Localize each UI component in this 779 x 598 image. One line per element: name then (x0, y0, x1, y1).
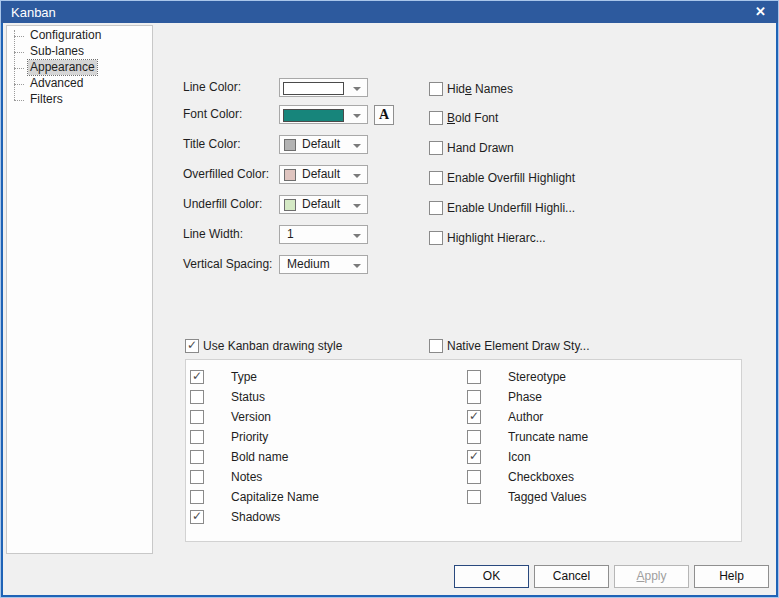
priority-checkbox[interactable]: Priority (190, 430, 268, 444)
combo-value: 1 (287, 226, 294, 243)
checkbox-label: Type (231, 370, 257, 384)
chevron-down-icon (353, 204, 361, 208)
combo-value: Default (302, 136, 340, 153)
checkbox-box[interactable] (190, 430, 204, 444)
checkbox-box[interactable] (185, 339, 199, 353)
title-color-label: Title Color: (183, 138, 241, 151)
color-swatch (284, 169, 296, 181)
checkbox-label: Tagged Values (508, 490, 587, 504)
chevron-down-icon (353, 174, 361, 178)
tree-item-appearance[interactable]: Appearance (7, 60, 150, 76)
highlight-hierarchy-checkbox[interactable]: Highlight Hierarc... (429, 231, 546, 245)
tree-item-sub-lanes[interactable]: Sub-lanes (7, 44, 150, 60)
vertical-spacing-combo[interactable]: Medium (279, 255, 368, 274)
checkbox-label: Phase (508, 390, 542, 404)
title-color-combo[interactable]: Default (279, 135, 368, 154)
tree-item-configuration[interactable]: Configuration (7, 28, 150, 44)
line-color-label: Line Color: (183, 81, 241, 94)
checkbox-box[interactable] (467, 450, 481, 464)
checkbox-label: Enable Overfill Highlight (447, 171, 575, 185)
combo-value: Default (302, 196, 340, 213)
tree-item-filters[interactable]: Filters (7, 92, 150, 108)
checkbox-box[interactable] (467, 470, 481, 484)
checkbox-box[interactable] (467, 410, 481, 424)
checkbox-label: Native Element Draw Sty... (447, 339, 590, 353)
cancel-button[interactable]: Cancel (534, 565, 609, 588)
checkbox-box[interactable] (190, 470, 204, 484)
truncate-name-checkbox[interactable]: Truncate name (467, 430, 588, 444)
ok-button[interactable]: OK (454, 565, 529, 588)
close-icon[interactable]: ✕ (755, 4, 766, 20)
help-button[interactable]: Help (694, 565, 769, 588)
use-kanban-drawing-style-checkbox[interactable]: Use Kanban drawing style (185, 339, 342, 353)
checkbox-label: Notes (231, 470, 262, 484)
checkbox-box[interactable] (190, 390, 204, 404)
combo-value: Default (302, 166, 340, 183)
font-color-combo[interactable] (279, 105, 368, 124)
tree-item-advanced[interactable]: Advanced (7, 76, 150, 92)
font-picker-button[interactable]: A (374, 105, 394, 125)
bold-name-checkbox[interactable]: Bold name (190, 450, 288, 464)
line-width-label: Line Width: (183, 228, 243, 241)
checkbox-box[interactable] (190, 510, 204, 524)
checkbox-box[interactable] (429, 231, 443, 245)
hand-drawn-checkbox[interactable]: Hand Drawn (429, 141, 514, 155)
tree-branch-icon (14, 100, 24, 101)
overfilled-color-combo[interactable]: Default (279, 165, 368, 184)
checkbox-label: Use Kanban drawing style (203, 339, 342, 353)
phase-checkbox[interactable]: Phase (467, 390, 542, 404)
line-color-combo[interactable] (279, 78, 368, 97)
nav-tree: Configuration Sub-lanes Appearance Advan… (6, 25, 153, 554)
color-swatch (284, 139, 296, 151)
checkbox-box[interactable] (467, 490, 481, 504)
hide-names-checkbox[interactable]: Hide Names (429, 82, 513, 96)
capitalize-name-checkbox[interactable]: Capitalize Name (190, 490, 319, 504)
icon-checkbox[interactable]: Icon (467, 450, 531, 464)
chevron-down-icon (353, 264, 361, 268)
native-element-draw-style-checkbox[interactable]: Native Element Draw Sty... (429, 339, 590, 353)
tree-branch-icon (14, 68, 24, 69)
color-swatch (284, 199, 296, 211)
tagged-values-checkbox[interactable]: Tagged Values (467, 490, 587, 504)
checkbox-box[interactable] (190, 490, 204, 504)
checkbox-label: Bold Font (447, 111, 498, 125)
chevron-down-icon (353, 234, 361, 238)
type-checkbox[interactable]: Type (190, 370, 257, 384)
checkbox-box[interactable] (190, 410, 204, 424)
notes-checkbox[interactable]: Notes (190, 470, 262, 484)
checkbox-box[interactable] (190, 450, 204, 464)
checkbox-box[interactable] (190, 370, 204, 384)
checkbox-box[interactable] (429, 339, 443, 353)
status-checkbox[interactable]: Status (190, 390, 265, 404)
tree-branch-icon (14, 36, 24, 37)
checkbox-box[interactable] (467, 370, 481, 384)
checkboxes-checkbox[interactable]: Checkboxes (467, 470, 574, 484)
version-checkbox[interactable]: Version (190, 410, 271, 424)
apply-button[interactable]: Apply (614, 565, 689, 588)
window-title: Kanban (11, 5, 56, 20)
checkbox-box[interactable] (429, 201, 443, 215)
checkbox-box[interactable] (429, 82, 443, 96)
checkbox-label: Hide Names (447, 82, 513, 96)
chevron-down-icon (353, 114, 361, 118)
checkbox-label: Priority (231, 430, 268, 444)
underfill-color-combo[interactable]: Default (279, 195, 368, 214)
checkbox-box[interactable] (429, 111, 443, 125)
author-checkbox[interactable]: Author (467, 410, 543, 424)
enable-underfill-highlight-checkbox[interactable]: Enable Underfill Highli... (429, 201, 575, 215)
checkbox-box[interactable] (467, 390, 481, 404)
bold-font-checkbox[interactable]: Bold Font (429, 111, 498, 125)
checkbox-label: Capitalize Name (231, 490, 319, 504)
checkbox-label: Stereotype (508, 370, 566, 384)
vertical-spacing-label: Vertical Spacing: (183, 258, 272, 271)
stereotype-checkbox[interactable]: Stereotype (467, 370, 566, 384)
checkbox-box[interactable] (467, 430, 481, 444)
checkbox-box[interactable] (429, 171, 443, 185)
checkbox-label: Bold name (231, 450, 288, 464)
checkbox-label: Truncate name (508, 430, 588, 444)
line-width-combo[interactable]: 1 (279, 225, 368, 244)
tree-branch-icon (14, 84, 24, 85)
checkbox-box[interactable] (429, 141, 443, 155)
enable-overfill-highlight-checkbox[interactable]: Enable Overfill Highlight (429, 171, 575, 185)
shadows-checkbox[interactable]: Shadows (190, 510, 280, 524)
